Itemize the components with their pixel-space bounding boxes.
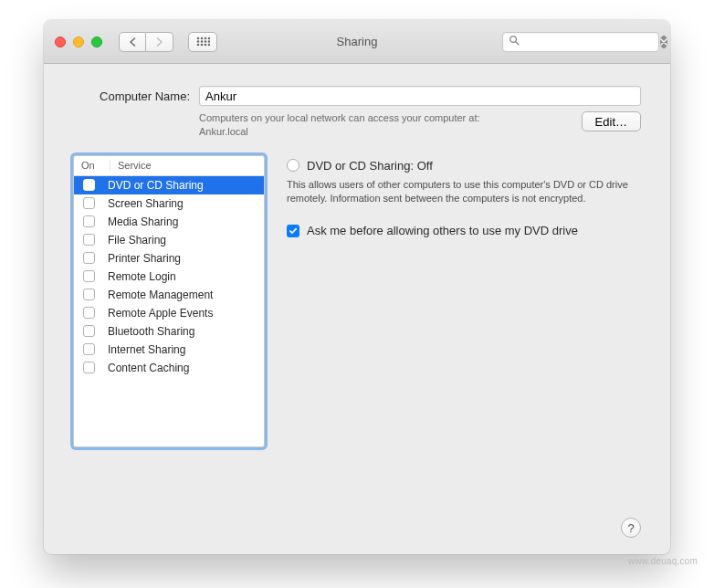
service-name: Remote Login <box>104 270 264 283</box>
forward-button[interactable] <box>146 32 173 52</box>
service-row[interactable]: Printer Sharing <box>74 249 264 268</box>
preferences-window: Sharing Computer Name: Computers on your <box>44 20 670 554</box>
service-name: Printer Sharing <box>104 252 264 265</box>
back-button[interactable] <box>119 32 146 52</box>
help-button[interactable]: ? <box>621 518 641 538</box>
zoom-window-button[interactable] <box>91 37 102 47</box>
services-list[interactable]: On Service DVD or CD SharingScreen Shari… <box>73 155 265 447</box>
service-name: Media Sharing <box>104 215 264 228</box>
svg-point-9 <box>200 44 203 47</box>
service-on-checkbox[interactable] <box>83 289 95 300</box>
service-name: Content Caching <box>104 362 264 374</box>
service-on-checkbox[interactable] <box>83 362 95 373</box>
service-row[interactable]: Screen Sharing <box>74 194 264 213</box>
svg-point-1 <box>200 37 203 40</box>
svg-point-8 <box>196 44 199 47</box>
service-on-checkbox[interactable] <box>83 343 95 355</box>
computer-name-label: Computer Name: <box>73 89 190 103</box>
svg-point-4 <box>196 40 199 43</box>
service-row[interactable]: Remote Apple Events <box>74 304 264 322</box>
svg-point-11 <box>207 44 209 47</box>
service-on-checkbox[interactable] <box>83 197 95 209</box>
show-all-button[interactable] <box>188 32 217 52</box>
service-name: Bluetooth Sharing <box>104 325 264 338</box>
svg-point-5 <box>200 40 203 43</box>
service-name: File Sharing <box>104 234 264 247</box>
service-name: DVD or CD Sharing <box>104 179 264 192</box>
close-window-button[interactable] <box>55 37 66 47</box>
access-hint: Computers on your local network can acce… <box>199 111 480 139</box>
edit-button[interactable]: Edit… <box>582 111 641 131</box>
service-on-checkbox[interactable] <box>83 325 95 337</box>
search-icon <box>509 35 520 48</box>
service-name: Remote Apple Events <box>104 307 264 320</box>
svg-point-0 <box>196 37 199 40</box>
svg-point-3 <box>207 37 209 40</box>
service-on-checkbox[interactable] <box>83 234 95 246</box>
access-hint-line2: Ankur.local <box>199 126 248 137</box>
service-detail: DVD or CD Sharing: Off This allows users… <box>287 155 641 505</box>
column-on[interactable]: On <box>74 160 110 171</box>
service-row[interactable]: Remote Login <box>74 268 264 286</box>
svg-point-6 <box>204 40 206 43</box>
service-on-checkbox[interactable] <box>83 215 95 227</box>
search-input[interactable] <box>520 35 660 49</box>
ask-checkbox-label: Ask me before allowing others to use my … <box>307 224 578 237</box>
search-field[interactable] <box>502 32 659 52</box>
clear-search-button[interactable] <box>660 36 667 48</box>
column-service[interactable]: Service <box>110 160 264 171</box>
service-name: Screen Sharing <box>104 197 264 210</box>
ask-checkbox[interactable] <box>287 225 299 237</box>
service-on-checkbox[interactable] <box>83 270 95 282</box>
detail-heading: DVD or CD Sharing: Off <box>307 159 433 173</box>
service-row[interactable]: DVD or CD Sharing <box>74 176 264 194</box>
access-hint-line1: Computers on your local network can acce… <box>199 112 480 123</box>
service-row[interactable]: Bluetooth Sharing <box>74 322 264 341</box>
service-row[interactable]: File Sharing <box>74 231 264 249</box>
nav-buttons <box>119 32 173 52</box>
service-on-checkbox[interactable] <box>83 252 95 264</box>
service-name: Remote Management <box>104 289 264 301</box>
svg-point-10 <box>204 44 206 47</box>
service-row[interactable]: Internet Sharing <box>74 341 264 359</box>
service-on-checkbox[interactable] <box>83 179 95 191</box>
svg-point-7 <box>207 40 209 43</box>
computer-name-input[interactable] <box>199 86 641 106</box>
service-row[interactable]: Content Caching <box>74 359 264 377</box>
content-area: Computer Name: Computers on your local n… <box>44 64 670 554</box>
window-controls <box>55 37 102 47</box>
services-list-header: On Service <box>74 156 264 176</box>
titlebar: Sharing <box>44 20 670 64</box>
service-name: Internet Sharing <box>104 343 264 356</box>
detail-description: This allows users of other computers to … <box>287 178 641 206</box>
watermark: www.deuaq.com <box>628 556 698 566</box>
service-on-checkbox[interactable] <box>83 307 95 319</box>
service-row[interactable]: Remote Management <box>74 286 264 304</box>
svg-line-13 <box>516 42 519 45</box>
status-radio[interactable] <box>287 159 299 172</box>
svg-point-2 <box>204 37 206 40</box>
minimize-window-button[interactable] <box>73 37 84 47</box>
service-row[interactable]: Media Sharing <box>74 213 264 231</box>
